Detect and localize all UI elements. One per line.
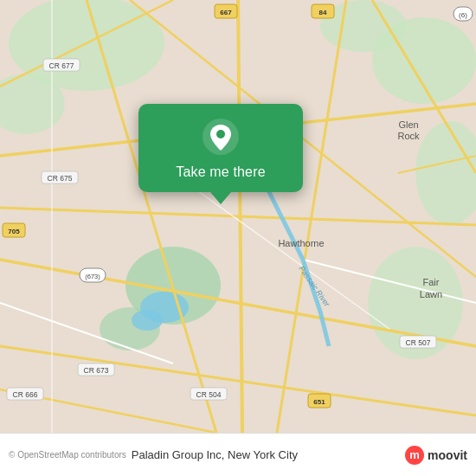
- svg-text:84: 84: [319, 9, 327, 16]
- popup-card: Take me there: [138, 104, 303, 192]
- svg-text:(6): (6): [459, 11, 467, 19]
- info-bar: © OpenStreetMap contributors Paladin Gro…: [0, 433, 476, 476]
- map-svg: CR 677 CR 675 CR 673 CR 666 CR 507 CR 50…: [0, 0, 476, 433]
- cr675-label: CR 675: [48, 174, 73, 183]
- svg-text:(673): (673): [85, 273, 100, 280]
- svg-text:Lawn: Lawn: [420, 289, 442, 299]
- map-container: CR 677 CR 675 CR 673 CR 666 CR 507 CR 50…: [0, 0, 476, 433]
- fair-lawn-label: Fair: [423, 277, 440, 287]
- take-me-there-button[interactable]: Take me there: [176, 164, 265, 180]
- svg-text:667: 667: [220, 9, 232, 16]
- moovit-text: moovit: [428, 448, 467, 462]
- moovit-icon: m: [405, 446, 424, 465]
- svg-point-49: [216, 130, 225, 138]
- svg-text:705: 705: [8, 228, 20, 235]
- cr673-label: CR 673: [84, 366, 109, 375]
- hawthorne-label: Hawthorne: [278, 238, 324, 248]
- place-name: Paladin Group Inc, New York City: [132, 448, 400, 461]
- svg-text:651: 651: [313, 398, 325, 406]
- moovit-logo: m moovit: [405, 446, 467, 465]
- cr507-label: CR 507: [406, 338, 431, 347]
- cr677-label: CR 677: [49, 61, 74, 70]
- location-pin-icon: [202, 118, 240, 156]
- glen-rock-label: Glen: [398, 119, 418, 130]
- cr504-label: CR 504: [196, 390, 222, 399]
- svg-point-10: [132, 310, 163, 331]
- svg-text:Rock: Rock: [397, 131, 420, 141]
- openstreetmap-attribution: © OpenStreetMap contributors: [9, 450, 126, 460]
- cr666-label: CR 666: [13, 390, 38, 399]
